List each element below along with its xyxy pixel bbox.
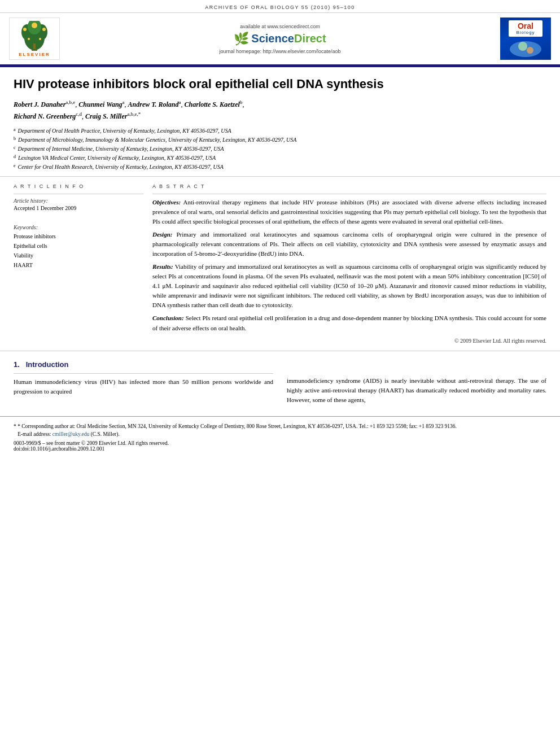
doi-value: doi:10.1016/j.archoralbio.2009.12.001 (22, 446, 104, 452)
corresponding-author-note: * * Corresponding author at: Oral Medici… (14, 422, 546, 430)
article-info-abstract-section: A R T I C L E I N F O Article history: A… (0, 177, 560, 351)
svg-rect-5 (33, 43, 36, 49)
affil-b-text: Department of Microbiology, Immunology &… (18, 136, 296, 145)
design-label: Design: (152, 231, 172, 238)
intro-two-col: 1. Introduction Human immunodeficiency v… (14, 360, 546, 405)
affil-a: a Department of Oral Health Practice, Un… (14, 126, 546, 136)
email-attribution: (C.S. Miller). (91, 431, 120, 437)
doi-line: doi:doi:10.1016/j.archoralbio.2009.12.00… (14, 446, 546, 452)
svg-point-12 (518, 42, 527, 51)
conclusion-label: Conclusion: (152, 314, 184, 321)
history-label: Article history: (14, 198, 143, 204)
svg-point-10 (39, 38, 41, 40)
oral-biology-image (509, 38, 542, 58)
svg-point-9 (28, 38, 30, 40)
svg-point-8 (42, 28, 46, 31)
authors-line-1: Robert J. Danahera,b,e, Chunmei Wanga, A… (14, 98, 546, 122)
sd-leaf-icon: 🌿 (234, 32, 249, 46)
keywords-label: Keywords: (14, 224, 143, 230)
affil-a-text: Department of Oral Health Practice, Univ… (18, 126, 231, 136)
intro-divider (14, 373, 273, 374)
article-main-title: HIV protease inhibitors block oral epith… (14, 76, 546, 93)
results-label: Results: (152, 263, 173, 270)
intro-right-text: immunodeficiency syndrome (AIDS) is near… (287, 376, 546, 405)
affil-c-text: Department of Internal Medicine, Univers… (18, 145, 224, 154)
rights-line: 0003-9969/$ – see front matter © 2009 El… (14, 440, 546, 446)
footer-section: * * Corresponding author at: Oral Medici… (0, 416, 560, 457)
affil-b: b Department of Microbiology, Immunology… (14, 136, 546, 145)
article-info-heading: A R T I C L E I N F O (14, 184, 143, 189)
author-greenberg-sup: c,d (76, 111, 82, 117)
banner-area: ELSEVIER available at www.sciencedirect.… (0, 13, 560, 65)
svg-point-13 (527, 47, 533, 54)
sd-brand-text: ScienceDirect (251, 32, 326, 45)
elsevier-brand-text: ELSEVIER (19, 52, 50, 57)
abstract-col: A B S T R A C T Objectives: Anti-retrovi… (152, 184, 546, 344)
sciencedirect-logo: 🌿 ScienceDirect (234, 32, 326, 46)
email-link[interactable]: cmiller@uky.edu (53, 431, 89, 437)
author-greenberg: Richard N. Greenberg (14, 112, 76, 120)
intro-left-col: 1. Introduction Human immunodeficiency v… (14, 360, 273, 405)
affil-e-text: Center for Oral Health Research, Univers… (18, 163, 224, 172)
divider-2 (152, 194, 546, 194)
abstract-heading: A B S T R A C T (152, 184, 546, 189)
keyword-2: Epithelial cells (14, 241, 143, 251)
author-miller-sup: a,b,e,* (127, 111, 141, 117)
affil-c: c Department of Internal Medicine, Unive… (14, 145, 546, 154)
elsevier-tree-svg (15, 21, 54, 52)
intro-left-text: Human immunodeficiency virus (HIV) has i… (14, 377, 273, 396)
conclusion-text: Select PIs retard oral epithelial cell p… (152, 314, 546, 331)
affil-b-sup: b (14, 136, 16, 145)
author-kaetzel-sup: b (240, 99, 243, 105)
page-wrapper: Archives of Oral Biology 55 (2010) 95–10… (0, 0, 560, 747)
available-text: available at www.sciencedirect.com (240, 24, 320, 29)
affil-e: e Center for Oral Health Research, Unive… (14, 163, 546, 172)
design-text: Primary and immortalized oral keratinocy… (152, 231, 546, 257)
author-wang-sup: a (123, 99, 125, 105)
author-danaher: Robert J. Danaher (14, 101, 65, 108)
author-wang: Chunmei Wang (78, 101, 122, 108)
svg-point-7 (23, 28, 27, 31)
svg-point-6 (32, 23, 37, 28)
affil-d: d Lexington VA Medical Center, Universit… (14, 154, 546, 163)
abstract-conclusion: Conclusion: Select PIs retard oral epith… (152, 313, 546, 333)
divider-1 (14, 194, 143, 194)
keyword-4: HAART (14, 260, 143, 270)
affiliations-block: a Department of Oral Health Practice, Un… (14, 126, 546, 172)
affil-e-sup: e (14, 163, 16, 172)
introduction-section: 1. Introduction Human immunodeficiency v… (0, 351, 560, 412)
affil-d-text: Lexington VA Medical Center, University … (18, 154, 216, 163)
abstract-design: Design: Primary and immortalized oral ke… (152, 230, 546, 259)
accepted-date: Accepted 1 December 2009 (14, 205, 143, 211)
abstract-objectives: Objectives: Anti-retroviral therapy regi… (152, 198, 546, 226)
journal-title-header: Archives of Oral Biology 55 (2010) 95–10… (205, 5, 355, 10)
author-kaetzel: Charlotte S. Kaetzel (185, 101, 240, 108)
oral-biology-logo: Oral Biology (500, 18, 551, 60)
author-roland: Andrew T. Roland (128, 101, 179, 108)
author-danaher-sup: a,b,e (65, 99, 75, 105)
intro-heading-text: Introduction (26, 360, 69, 369)
author-miller: Craig S. Miller (85, 112, 127, 120)
affil-c-sup: c (14, 145, 16, 154)
results-text: Viability of primary and immortalized or… (152, 263, 546, 308)
email-label: E-mail address: (18, 431, 51, 437)
intro-number: 1. (14, 360, 20, 369)
keyword-1: Protease inhibitors (14, 231, 143, 241)
objectives-text: Anti-retroviral therapy regimens that in… (152, 199, 546, 225)
journal-header: Archives of Oral Biology 55 (2010) 95–10… (0, 0, 560, 13)
article-title-section: HIV protease inhibitors block oral epith… (0, 67, 560, 177)
star-note-text: * Corresponding author at: Oral Medicine… (18, 423, 457, 429)
affil-a-sup: a (14, 126, 16, 136)
abstract-results: Results: Viability of primary and immort… (152, 262, 546, 310)
oral-logo-text: Oral (513, 22, 538, 30)
keyword-3: Viability (14, 251, 143, 260)
article-info-col: A R T I C L E I N F O Article history: A… (14, 184, 143, 344)
elsevier-logo: ELSEVIER (9, 18, 60, 60)
author-roland-sup: a (179, 99, 181, 105)
affil-d-sup: d (14, 154, 16, 163)
email-note: E-mail address: cmiller@uky.edu (C.S. Mi… (14, 430, 546, 438)
intro-title: 1. Introduction (14, 360, 273, 369)
journal-url: journal homepage: http://www.elsevier.co… (219, 49, 340, 54)
center-banner: available at www.sciencedirect.com 🌿 Sci… (60, 24, 500, 54)
copyright-line: © 2009 Elsevier Ltd. All rights reserved… (152, 338, 546, 344)
